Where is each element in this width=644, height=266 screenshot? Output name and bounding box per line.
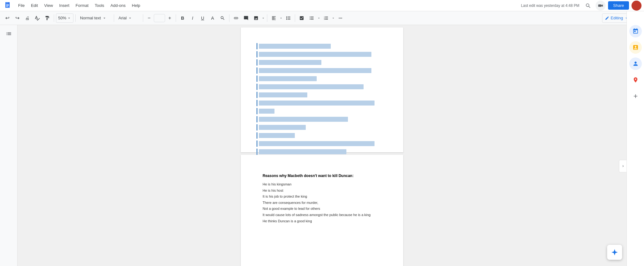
chart-bar-row <box>256 67 388 74</box>
comment-button[interactable] <box>241 13 251 23</box>
left-panel <box>0 25 18 266</box>
chart-bar <box>259 125 306 130</box>
chart-bar <box>259 84 364 89</box>
chart-bar-row <box>256 149 388 155</box>
link-button[interactable] <box>231 13 241 23</box>
share-button[interactable]: Share <box>608 1 629 10</box>
menu-item-tools[interactable]: Tools <box>92 2 107 9</box>
line-spacing-icon <box>286 16 291 21</box>
outline-button[interactable] <box>3 27 15 40</box>
ai-assistant-button[interactable] <box>607 245 622 260</box>
calendar-button[interactable] <box>629 25 642 37</box>
svg-line-6 <box>589 6 591 8</box>
svg-point-5 <box>586 4 589 7</box>
font-dropdown[interactable]: Arial <box>116 13 141 23</box>
bullet-list-button[interactable] <box>307 13 316 23</box>
toolbar-divider-3 <box>114 14 114 22</box>
underline-button[interactable]: U <box>198 13 207 23</box>
chart-bar <box>259 133 295 138</box>
italic-button[interactable]: I <box>188 13 197 23</box>
zoom-value: 50% <box>58 16 66 20</box>
toolbar-divider-8 <box>295 14 295 22</box>
list-item: It would cause lots of sadness amongst t… <box>263 212 381 218</box>
undo-button[interactable]: ↩ <box>3 13 12 23</box>
docs-logo-icon <box>4 2 12 9</box>
zoom-dropdown[interactable]: 50% <box>56 13 73 23</box>
paint-format-icon <box>45 16 50 21</box>
maps-button[interactable] <box>629 74 642 86</box>
chart-bar-row <box>256 92 388 98</box>
spell-check-button[interactable] <box>33 13 42 23</box>
numbered-list-button[interactable] <box>321 13 331 23</box>
bold-button[interactable]: B <box>178 13 187 23</box>
align-dropdown-icon <box>279 16 283 20</box>
chart-bar <box>259 117 348 122</box>
redo-button[interactable]: ↪ <box>13 13 22 23</box>
document-page-2[interactable]: Reasons why Macbeth doesn't want to kill… <box>241 155 403 266</box>
align-button[interactable] <box>269 13 279 23</box>
main-content[interactable]: Reasons why Macbeth doesn't want to kill… <box>18 25 626 266</box>
toolbar-divider-1 <box>54 14 54 22</box>
toolbar-divider-5 <box>176 14 176 22</box>
numbered-list-icon <box>324 16 329 21</box>
paint-format-button[interactable] <box>43 13 52 23</box>
contacts-button[interactable] <box>629 57 642 70</box>
search-button[interactable] <box>583 1 593 11</box>
svg-rect-7 <box>598 4 602 7</box>
list-item: He thinks Duncan is a good king <box>263 219 381 224</box>
more-button[interactable] <box>336 13 345 23</box>
chart-bar-row <box>256 51 388 57</box>
chart-bar <box>259 60 321 65</box>
chart-bar <box>259 68 371 73</box>
print-button[interactable]: 🖨 <box>23 13 32 23</box>
style-value: Normal text <box>80 16 101 20</box>
menu-item-file[interactable]: File <box>15 2 28 9</box>
chart-bar-row <box>256 43 388 49</box>
font-value: Arial <box>118 16 127 20</box>
line-spacing-button[interactable] <box>284 13 293 23</box>
expand-panel-button[interactable] <box>619 160 626 172</box>
edit-icon <box>605 16 609 20</box>
image-dropdown-icon <box>261 16 265 20</box>
menu-item-edit[interactable]: Edit <box>28 2 41 9</box>
style-dropdown[interactable]: Normal text <box>78 13 112 23</box>
chart-bar-row <box>256 108 388 114</box>
chart-bar <box>259 101 375 106</box>
menu-item-format[interactable]: Format <box>73 2 92 9</box>
checklist-button[interactable] <box>297 13 306 23</box>
menu-item-add-ons[interactable]: Add-ons <box>107 2 128 9</box>
more-icon <box>338 16 343 21</box>
list-item: He is his host <box>263 188 381 194</box>
font-size-minus-button[interactable]: − <box>145 14 153 22</box>
image-button[interactable] <box>251 13 261 23</box>
menu-item-insert[interactable]: Insert <box>56 2 73 9</box>
list-item: Not a good example to lead for others <box>263 206 381 212</box>
right-panel <box>626 0 644 266</box>
menu-item-view[interactable]: View <box>41 2 56 9</box>
add-extension-button[interactable] <box>629 90 642 102</box>
chart-bar-row <box>256 132 388 139</box>
font-size-value[interactable] <box>154 14 165 22</box>
document-page-1 <box>241 27 403 152</box>
app-logo[interactable] <box>3 0 14 11</box>
highlight-button[interactable] <box>218 13 227 23</box>
text-color-button[interactable]: A <box>208 13 217 23</box>
chart-bar-row <box>256 116 388 122</box>
list-item: It is his job to protect the king <box>263 194 381 200</box>
meet-button[interactable] <box>596 1 606 11</box>
svg-rect-3 <box>6 5 9 6</box>
checklist-icon <box>299 16 304 21</box>
maps-icon <box>632 77 639 83</box>
toolbar-divider-7 <box>267 14 267 22</box>
numbered-list-dropdown-icon <box>331 16 335 20</box>
menu-item-help[interactable]: Help <box>129 2 143 9</box>
highlight-icon <box>220 16 225 21</box>
calendar-icon <box>632 28 639 34</box>
avatar[interactable] <box>631 1 641 11</box>
doc-heading: Reasons why Macbeth doesn't want to kill… <box>263 174 381 178</box>
list-item: There are consequences for murder, <box>263 200 381 206</box>
chart-bar-row <box>256 100 388 106</box>
tasks-button[interactable] <box>629 41 642 54</box>
font-chevron-icon <box>128 16 132 20</box>
font-size-plus-button[interactable]: + <box>166 14 174 22</box>
